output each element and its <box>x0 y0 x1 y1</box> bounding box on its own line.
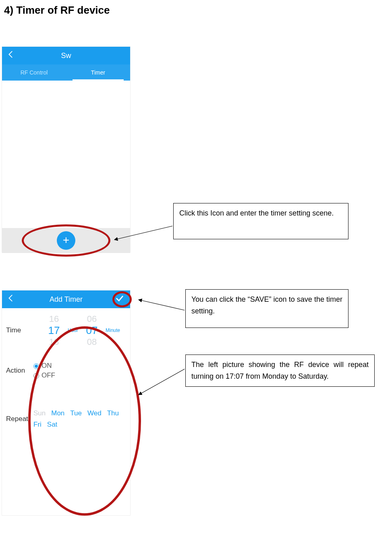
annotation-card-add: Click this Icon and enter the timer sett… <box>173 203 348 239</box>
day-thu[interactable]: Thu <box>107 409 119 417</box>
svg-line-2 <box>139 369 185 395</box>
minute-selected: 07 <box>81 324 103 337</box>
radio-off[interactable]: OFF <box>33 371 130 379</box>
radio-icon <box>33 373 39 379</box>
hour-prev: 16 <box>43 314 65 324</box>
time-picker[interactable]: 16 17 18 Hour 06 07 08 Minute <box>33 314 130 347</box>
arrow-annotation <box>137 298 189 314</box>
day-mon[interactable]: Mon <box>51 409 64 417</box>
day-picker: SunMonTueWedThuFriSat <box>33 409 130 429</box>
back-arrow-icon[interactable] <box>2 50 20 61</box>
nav-title: Add Timer <box>2 295 130 304</box>
day-sun[interactable]: Sun <box>33 409 46 417</box>
repeat-label: Repeat <box>4 415 33 423</box>
timer-list-empty <box>2 81 130 228</box>
radio-on[interactable]: ON <box>33 362 130 370</box>
add-timer-screenshot: Add Timer Time 16 17 18 H <box>2 290 131 516</box>
save-button[interactable] <box>112 290 127 308</box>
action-row: Action ON OFF <box>4 353 130 389</box>
hour-next: 18 <box>43 337 65 347</box>
hour-unit: Hour <box>67 328 79 333</box>
hour-selected: 17 <box>43 324 65 337</box>
plus-icon: + <box>63 234 69 246</box>
day-wed[interactable]: Wed <box>87 409 102 417</box>
day-tue[interactable]: Tue <box>70 409 82 417</box>
day-sat[interactable]: Sat <box>47 421 58 429</box>
section-heading: 4) Timer of RF device <box>4 4 110 17</box>
timer-tab-screenshot: Sw RF Control Timer + <box>2 46 131 253</box>
tab-bar: RF Control Timer <box>2 64 130 81</box>
minute-unit: Minute <box>105 328 121 333</box>
annotation-card-save: You can click the “SAVE” icon to save th… <box>185 289 348 328</box>
nav-title: Sw <box>2 52 130 60</box>
radio-off-label: OFF <box>41 371 55 379</box>
day-fri[interactable]: Fri <box>33 421 41 429</box>
check-icon <box>115 294 124 305</box>
time-label: Time <box>4 326 33 334</box>
action-label: Action <box>4 367 33 375</box>
time-row: Time 16 17 18 Hour 06 07 08 <box>4 308 130 353</box>
radio-on-label: ON <box>41 362 52 369</box>
nav-bar: Sw <box>2 47 130 64</box>
repeat-row: Repeat SunMonTueWedThuFriSat <box>4 389 130 449</box>
tab-timer[interactable]: Timer <box>66 64 130 81</box>
minute-prev: 06 <box>81 314 103 324</box>
nav-bar: Add Timer <box>2 290 130 308</box>
annotation-card-repeat: The left picture showing the RF device w… <box>185 355 375 387</box>
back-arrow-icon[interactable] <box>2 294 20 305</box>
tab-rf-control[interactable]: RF Control <box>2 64 66 81</box>
add-timer-button[interactable]: + <box>57 231 75 250</box>
arrow-annotation <box>137 367 189 399</box>
footer-bar: + <box>2 228 130 253</box>
radio-icon <box>33 363 39 369</box>
svg-line-1 <box>139 300 185 310</box>
minute-next: 08 <box>81 337 103 347</box>
